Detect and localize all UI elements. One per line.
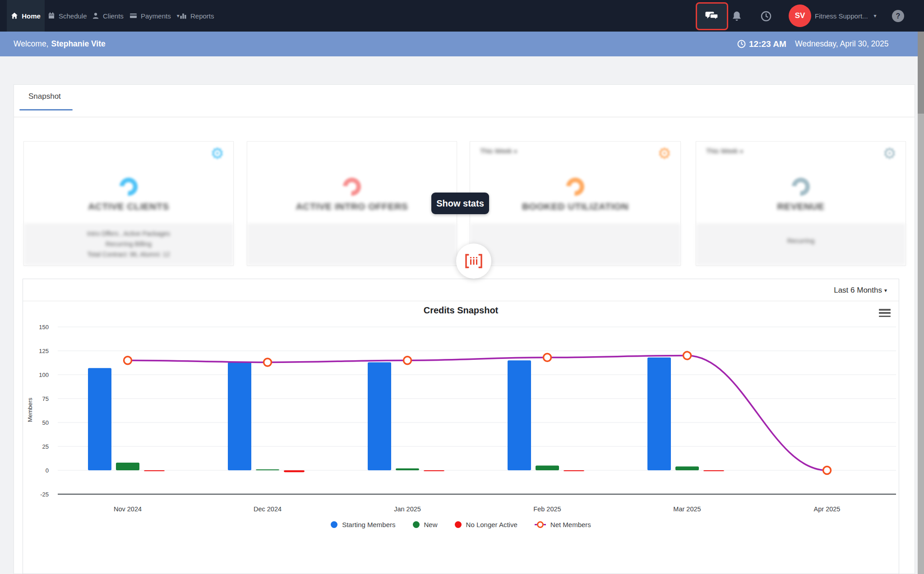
card-revenue: This Week ⚙ REVENUE Recurring bbox=[696, 141, 906, 266]
svg-text:100: 100 bbox=[39, 372, 49, 378]
nav-item-home[interactable]: Home bbox=[7, 0, 45, 32]
svg-text:Nov 2024: Nov 2024 bbox=[114, 505, 142, 513]
svg-text:Feb 2025: Feb 2025 bbox=[533, 505, 561, 513]
gear-icon[interactable]: ⚙ bbox=[658, 144, 671, 162]
legend-dot bbox=[455, 521, 462, 528]
clock-icon bbox=[761, 11, 772, 22]
nav-item-schedule[interactable]: Schedule bbox=[48, 0, 87, 32]
card-footer bbox=[247, 224, 457, 265]
legend-dot bbox=[331, 521, 337, 528]
credits-snapshot-chart: 1501251007550250-25MembersNov 2024Dec 20… bbox=[23, 279, 900, 574]
svg-text:Apr 2025: Apr 2025 bbox=[814, 505, 841, 513]
nav-item-clients[interactable]: Clients bbox=[92, 0, 124, 32]
date-text: Wednesday, April 30, 2025 bbox=[795, 39, 889, 49]
clock-icon bbox=[737, 40, 746, 48]
welcome-message: Welcome, Stephanie Vite bbox=[14, 32, 106, 56]
show-stats-button[interactable]: Show stats bbox=[431, 193, 489, 214]
card-active-intro-offers: ACTIVE INTRO OFFERS bbox=[247, 141, 457, 266]
current-date: Wednesday, April 30, 2025 bbox=[795, 32, 889, 56]
legend-item[interactable]: Net Members bbox=[535, 521, 591, 528]
svg-text:50: 50 bbox=[42, 419, 49, 426]
card-footer bbox=[470, 224, 680, 265]
history-button[interactable] bbox=[760, 10, 772, 22]
card-title: BOOKED UTILIZATION bbox=[470, 201, 680, 212]
nav-item-label: Schedule bbox=[59, 12, 87, 20]
welcome-banner: Welcome, Stephanie Vite 12:23 AM Wednesd… bbox=[0, 32, 924, 56]
question-icon: ? bbox=[896, 12, 901, 20]
legend-item[interactable]: New bbox=[413, 521, 438, 528]
credits-snapshot-card: Last 6 Months Credits Snapshot 150125100… bbox=[23, 279, 899, 574]
donut-gauge bbox=[788, 174, 813, 199]
footer-line: Recurring bbox=[696, 236, 906, 246]
current-time: 12:23 AM bbox=[737, 32, 786, 56]
svg-text:Members: Members bbox=[27, 397, 33, 422]
tab-divider bbox=[14, 117, 915, 117]
chart-legend: Starting MembersNewNo Longer ActiveNet M… bbox=[23, 521, 899, 528]
chat-icon bbox=[705, 11, 719, 22]
svg-text:0: 0 bbox=[46, 467, 49, 474]
user-name: Stephanie Vite bbox=[51, 39, 105, 49]
account-name: Fitness Support... bbox=[815, 12, 868, 20]
footer-line: Recurring Billing bbox=[24, 239, 233, 249]
notifications-button[interactable] bbox=[731, 10, 743, 22]
top-navigation: Home Schedule Clients Payments Reports S… bbox=[0, 0, 924, 32]
legend-label: No Longer Active bbox=[466, 521, 517, 528]
nav-item-label: Clients bbox=[103, 12, 124, 20]
svg-text:25: 25 bbox=[42, 443, 49, 450]
gear-icon[interactable]: ⚙ bbox=[211, 144, 224, 162]
card-title: ACTIVE CLIENTS bbox=[24, 201, 233, 212]
svg-text:Mar 2025: Mar 2025 bbox=[673, 505, 701, 513]
card-active-clients: ⚙ ACTIVE CLIENTS Intro Offers , Active P… bbox=[23, 141, 234, 266]
period-dropdown[interactable]: This Week bbox=[706, 147, 743, 155]
bar-chart-icon bbox=[180, 12, 187, 19]
card-title: REVENUE bbox=[696, 201, 906, 212]
footer-line: Total Contract: 96, Alumni: 12 bbox=[24, 249, 233, 260]
help-button[interactable]: ? bbox=[892, 10, 904, 22]
period-dropdown[interactable]: This Week bbox=[480, 147, 517, 155]
credit-card-icon bbox=[129, 12, 137, 19]
tab-snapshot[interactable]: Snapshot bbox=[28, 92, 61, 101]
time-text: 12:23 AM bbox=[749, 39, 786, 49]
avatar[interactable]: SV bbox=[789, 5, 811, 27]
svg-text:Jan 2025: Jan 2025 bbox=[394, 505, 421, 513]
card-footer: Intro Offers , Active Packages Recurring… bbox=[24, 224, 233, 265]
donut-gauge bbox=[339, 174, 365, 199]
svg-text:125: 125 bbox=[39, 348, 49, 354]
legend-dot bbox=[413, 521, 420, 528]
nav-item-label: Home bbox=[22, 12, 41, 20]
barcode-scan-button[interactable] bbox=[456, 243, 491, 279]
card-title: ACTIVE INTRO OFFERS bbox=[247, 201, 457, 212]
nav-item-reports[interactable]: Reports bbox=[180, 0, 214, 32]
footer-line: Intro Offers , Active Packages bbox=[24, 229, 233, 239]
donut-gauge bbox=[116, 174, 141, 199]
welcome-prefix: Welcome, bbox=[14, 39, 48, 49]
svg-text:150: 150 bbox=[39, 324, 49, 331]
person-icon bbox=[92, 12, 99, 19]
legend-item[interactable]: No Longer Active bbox=[455, 521, 517, 528]
avatar-initials: SV bbox=[795, 11, 805, 20]
legend-label: Net Members bbox=[550, 521, 591, 528]
legend-label: Starting Members bbox=[342, 521, 395, 528]
donut-gauge bbox=[563, 174, 588, 199]
legend-line-marker bbox=[535, 521, 546, 528]
home-icon bbox=[11, 12, 18, 19]
tab-active-underline bbox=[19, 109, 73, 110]
svg-text:-25: -25 bbox=[40, 491, 49, 498]
svg-text:Dec 2024: Dec 2024 bbox=[254, 505, 282, 513]
nav-item-label: Payments bbox=[141, 12, 171, 20]
calendar-icon bbox=[48, 12, 55, 19]
card-footer: Recurring bbox=[696, 224, 906, 265]
svg-text:75: 75 bbox=[42, 395, 49, 402]
legend-label: New bbox=[424, 521, 438, 528]
card-booked-utilization: This Week ⚙ BOOKED UTILIZATION bbox=[470, 141, 681, 266]
chat-button-highlighted[interactable] bbox=[696, 2, 728, 30]
nav-item-label: Reports bbox=[190, 12, 214, 20]
legend-item[interactable]: Starting Members bbox=[331, 521, 395, 528]
page-scrollbar bbox=[918, 0, 924, 574]
barcode-icon bbox=[464, 253, 483, 269]
account-menu[interactable]: Fitness Support... bbox=[815, 0, 877, 32]
nav-item-payments[interactable]: Payments bbox=[129, 0, 180, 32]
bell-icon bbox=[732, 11, 742, 22]
gear-icon[interactable]: ⚙ bbox=[883, 144, 896, 162]
